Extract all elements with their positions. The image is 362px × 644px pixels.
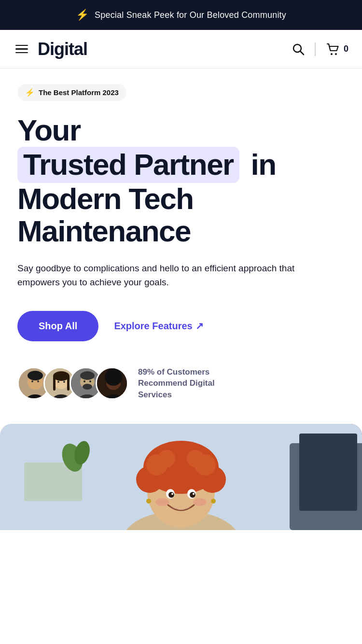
cta-row: Shop All Explore Features ↗ [17, 311, 345, 341]
svg-point-46 [158, 450, 175, 467]
top-banner: ⚡ Special Sneak Peek for Our Beloved Com… [0, 0, 362, 30]
navbar: Digital 0 [0, 30, 362, 69]
avatar [96, 367, 128, 400]
svg-point-9 [37, 380, 39, 382]
svg-point-17 [63, 381, 65, 383]
svg-point-8 [31, 380, 33, 382]
explore-features-button[interactable]: Explore Features ↗ [114, 320, 203, 332]
svg-line-1 [301, 51, 304, 55]
social-proof-text: 89% of Customers Recommend Digital Servi… [138, 366, 235, 401]
svg-point-13 [53, 371, 70, 381]
nav-right: 0 [292, 42, 348, 56]
hero-subtext: Say goodbye to complications and hello t… [17, 261, 326, 290]
cart-button[interactable]: 0 [325, 42, 348, 56]
svg-point-55 [193, 498, 207, 506]
hero-line1: Your [17, 113, 81, 147]
search-icon[interactable] [292, 42, 305, 56]
svg-point-21 [80, 371, 95, 380]
hero-line3: Modern Tech [17, 182, 194, 215]
svg-point-28 [105, 368, 122, 386]
hero-image-inner [0, 424, 362, 530]
svg-point-51 [190, 492, 195, 498]
svg-point-29 [110, 381, 111, 383]
svg-point-50 [168, 492, 174, 498]
svg-point-30 [115, 381, 117, 383]
banner-text: Special Sneak Peek for Our Beloved Commu… [95, 10, 286, 20]
hamburger-menu-icon[interactable] [14, 43, 30, 56]
hero-line4: Maintenance [17, 214, 191, 248]
cart-count: 0 [344, 44, 348, 54]
svg-point-22 [83, 384, 92, 390]
hero-image [0, 424, 362, 530]
svg-point-53 [193, 493, 195, 495]
platform-badge: ⚡ The Best Platform 2023 [17, 84, 126, 101]
svg-point-56 [146, 499, 151, 504]
svg-point-7 [28, 371, 43, 380]
banner-lightning-icon: ⚡ [76, 9, 89, 21]
svg-point-23 [84, 380, 85, 382]
svg-rect-14 [53, 376, 56, 391]
explore-features-label: Explore Features [114, 321, 192, 332]
nav-left: Digital [14, 39, 87, 59]
cart-icon [325, 42, 340, 56]
badge-lightning-icon: ⚡ [25, 88, 35, 97]
shop-all-button[interactable]: Shop All [17, 311, 98, 341]
svg-point-57 [211, 499, 216, 504]
explore-arrow-icon: ↗ [195, 320, 204, 332]
svg-point-3 [335, 53, 337, 55]
svg-point-52 [171, 493, 173, 495]
hero-heading: Your Trusted Partner in Modern Tech Main… [17, 114, 345, 248]
hero-illustration [0, 424, 362, 530]
svg-point-2 [331, 53, 333, 55]
hero-highlight: Trusted Partner [17, 147, 239, 183]
badge-text: The Best Platform 2023 [39, 88, 119, 97]
main-content: ⚡ The Best Platform 2023 Your Trusted Pa… [0, 69, 362, 401]
svg-point-24 [89, 380, 91, 382]
nav-logo[interactable]: Digital [38, 39, 87, 59]
hero-line2: in [243, 148, 276, 181]
svg-point-0 [293, 44, 301, 52]
svg-rect-34 [299, 434, 357, 511]
svg-point-16 [57, 381, 59, 383]
nav-divider [315, 42, 316, 56]
svg-point-54 [155, 498, 169, 506]
svg-point-47 [187, 450, 204, 467]
social-proof: 89% of Customers Recommend Digital Servi… [17, 366, 345, 401]
avatars-row [17, 367, 128, 400]
